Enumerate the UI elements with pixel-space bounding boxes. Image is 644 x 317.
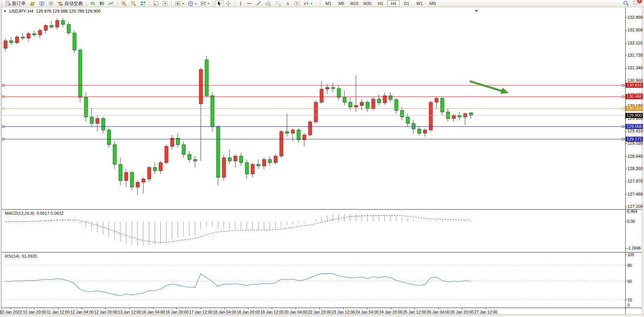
arrow-shapes-icon xyxy=(303,1,309,6)
timeframe-m1[interactable]: M1 xyxy=(322,0,334,7)
text-icon: A xyxy=(285,1,290,6)
notification-badge: 1 xyxy=(637,0,642,3)
chart-ohlc: 129.976 129.988 129.789 129.900 xyxy=(36,9,100,13)
macd-panel-plot[interactable] xyxy=(2,210,625,252)
trendline-tool-button[interactable] xyxy=(254,0,263,7)
channel-tool-button[interactable]: E xyxy=(264,0,273,7)
fibonacci-icon: F xyxy=(275,1,281,6)
svg-text:E: E xyxy=(269,4,271,6)
support-icon xyxy=(39,1,44,6)
text-label-icon: T xyxy=(294,1,300,6)
gold-button[interactable] xyxy=(28,0,37,7)
text-tool-button[interactable]: A xyxy=(283,0,292,7)
toolbar-grip[interactable] xyxy=(212,1,213,6)
rsi-name: RSI(14) xyxy=(5,254,20,258)
rsi-value: 51.0920 xyxy=(22,254,37,258)
arrange-windows-icon xyxy=(153,1,159,6)
chart-symbol: USDJPY-,H4 xyxy=(9,9,33,13)
vertical-line-tool-button[interactable] xyxy=(237,0,244,7)
gold-bar-icon xyxy=(29,1,35,6)
chevron-down-icon: ▾ xyxy=(195,2,197,5)
zoom-in-button[interactable] xyxy=(120,0,128,7)
arrange-windows-plus-icon xyxy=(162,1,168,6)
text-label-tool-button[interactable]: T xyxy=(292,0,301,7)
chevron-down-icon: ▾ xyxy=(208,2,209,5)
cursor-icon xyxy=(216,1,222,6)
svg-text:A: A xyxy=(286,1,289,6)
line-chart-button[interactable] xyxy=(107,0,115,7)
timeframe-toolbar: M1M5M15M30H1H4D1W1MN xyxy=(322,0,439,7)
main-toolbar: 新订单 自动交易 xyxy=(0,0,644,7)
toolbar-grip[interactable] xyxy=(320,1,321,6)
cursor-tool-button[interactable] xyxy=(215,0,223,7)
candlestick-chart-icon xyxy=(99,1,105,6)
add-indicator-button[interactable]: ▾ xyxy=(174,0,185,7)
main-chart-plot[interactable] xyxy=(2,8,625,209)
crosshair-icon xyxy=(226,1,231,6)
tile-windows-icon xyxy=(140,1,146,6)
candlestick-chart-button[interactable] xyxy=(98,0,106,7)
timeframe-h4[interactable]: H4 xyxy=(387,0,400,7)
broadcast-icon xyxy=(48,1,54,6)
window-bottom-edge xyxy=(0,314,644,317)
window-left-edge xyxy=(0,8,2,314)
svg-text:F: F xyxy=(280,4,281,7)
chevron-down-icon: ▾ xyxy=(311,2,312,5)
macd-values: 0.0617 0.0632 xyxy=(36,211,63,216)
timeframe-d1[interactable]: D1 xyxy=(400,0,413,7)
timeframe-h1[interactable]: H1 xyxy=(374,0,387,7)
new-order-label: 新订单 xyxy=(12,0,26,7)
support-button[interactable] xyxy=(38,0,46,7)
price-axis[interactable] xyxy=(626,8,642,307)
bar-chart-button[interactable] xyxy=(88,0,97,7)
zoom-in-icon xyxy=(121,1,127,7)
bar-chart-icon xyxy=(90,1,95,6)
arrange-windows-button[interactable] xyxy=(152,0,160,7)
vertical-line-icon xyxy=(238,1,243,6)
period-clock-icon xyxy=(188,1,193,7)
periods-button[interactable]: ▾ xyxy=(186,0,198,7)
horizontal-line-tool-button[interactable] xyxy=(245,0,254,7)
timeframe-mn[interactable]: MN xyxy=(426,0,439,7)
arrow-shapes-button[interactable]: ▾ xyxy=(302,0,314,7)
template-button[interactable]: ▾ xyxy=(199,0,211,7)
svg-text:T: T xyxy=(296,2,298,5)
auto-trading-button[interactable]: 自动交易 xyxy=(56,0,84,7)
notifications-button[interactable]: 1 xyxy=(633,0,639,7)
chart-collapse-icon[interactable]: ▼ xyxy=(3,10,7,13)
rsi-indicator-label: RSI(14) 51.0920 xyxy=(5,254,37,258)
window-right-edge xyxy=(642,8,644,314)
trading-platform-window: 新订单 自动交易 xyxy=(0,0,644,317)
tile-windows-button[interactable] xyxy=(139,0,147,7)
crosshair-tool-button[interactable] xyxy=(224,0,233,7)
arrange-windows-plus-button[interactable] xyxy=(161,0,169,7)
broadcast-button[interactable] xyxy=(47,0,55,7)
horizontal-line-icon xyxy=(247,1,252,6)
macd-name: MACD(12,26,9) xyxy=(5,211,34,216)
trendline-icon xyxy=(256,1,261,6)
auto-trading-label: 自动交易 xyxy=(64,0,83,7)
macd-indicator-label: MACD(12,26,9) 0.0617 0.0632 xyxy=(5,211,64,216)
timeframe-w1[interactable]: W1 xyxy=(413,0,426,7)
equidistant-channel-icon: E xyxy=(265,1,271,6)
time-axis[interactable] xyxy=(2,308,625,314)
chevron-down-icon: ▾ xyxy=(182,2,184,5)
timeframe-m15[interactable]: M15 xyxy=(348,0,361,7)
zoom-out-icon xyxy=(131,1,136,7)
fibonacci-tool-button[interactable]: F xyxy=(274,0,283,7)
line-chart-icon xyxy=(108,1,114,6)
timeframe-m5[interactable]: M5 xyxy=(335,0,347,7)
toolbar-grip[interactable] xyxy=(1,1,2,6)
autoscroll-marker[interactable] xyxy=(475,10,478,12)
zoom-out-button[interactable] xyxy=(129,0,138,7)
new-order-icon xyxy=(5,1,11,6)
autotrade-icon xyxy=(57,1,63,6)
add-indicator-icon xyxy=(175,1,181,6)
template-icon xyxy=(200,1,206,6)
chart-title: ▼ USDJPY-,H4 129.976 129.988 129.789 129… xyxy=(3,9,100,13)
rsi-panel-plot[interactable] xyxy=(2,253,625,307)
new-order-button[interactable]: 新订单 xyxy=(4,0,27,7)
timeframe-m30[interactable]: M30 xyxy=(361,0,374,7)
search-icon[interactable] xyxy=(623,0,629,7)
toolbar-grip[interactable] xyxy=(86,1,87,6)
